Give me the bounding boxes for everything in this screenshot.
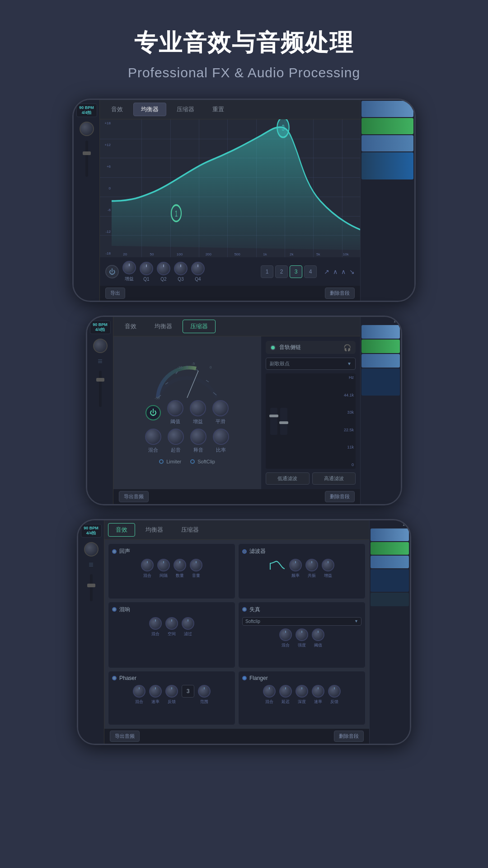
high-filter-btn[interactable]: 高通滤波 [312, 472, 356, 485]
track-2-1[interactable] [361, 325, 400, 339]
eq-display: +18 +12 +6 0 -6 -12 -18 [100, 119, 360, 257]
vol-fader-handle-3 [87, 584, 95, 587]
tab-comp-3[interactable]: 压缩器 [174, 523, 206, 537]
reverb-vol-knob[interactable] [190, 559, 202, 571]
tab-reset-1[interactable]: 重置 [205, 103, 232, 116]
dist-strength-knob[interactable] [296, 628, 308, 641]
q3-knob[interactable] [174, 262, 188, 275]
release-knob[interactable] [190, 429, 206, 445]
dist-threshold-knob[interactable] [312, 628, 324, 641]
vol-knob-2[interactable] [93, 339, 108, 353]
tab-effects-3[interactable]: 音效 [108, 523, 135, 537]
export-btn-3[interactable]: 导出音频 [110, 731, 140, 742]
softclip-radio[interactable] [190, 459, 195, 464]
reverb-toggle[interactable] [112, 549, 117, 554]
tab-eq-1[interactable]: 均衡器 [133, 103, 166, 116]
vol-fader-1[interactable] [85, 141, 88, 177]
main-content-1: 音效 均衡器 压缩器 重置 [100, 100, 360, 301]
track-2-3[interactable] [361, 354, 400, 368]
track-2-2[interactable] [361, 340, 400, 353]
track-3-5[interactable] [371, 593, 409, 606]
mix-knob[interactable] [145, 429, 161, 445]
sidechain-toggle[interactable]: 音轨侧链 🎧 [266, 341, 356, 354]
band-btn-3[interactable]: 3 [290, 265, 302, 278]
tab-comp-1[interactable]: 压缩器 [169, 103, 202, 116]
q1-knob[interactable] [140, 262, 153, 275]
chorus-filter-knob[interactable] [182, 617, 194, 630]
phaser-stage-value[interactable]: 3 [182, 685, 194, 698]
q4-knob[interactable] [191, 262, 205, 275]
remove-btn-2[interactable]: 删除音段 [325, 491, 355, 502]
distortion-toggle[interactable] [242, 607, 247, 612]
band-btn-4[interactable]: 4 [304, 265, 317, 278]
track-3-2[interactable] [371, 542, 409, 555]
flanger-depth-knob[interactable] [296, 685, 308, 698]
track-3-1[interactable] [371, 528, 409, 541]
tab-eq-2[interactable]: 均衡器 [147, 320, 180, 333]
phaser-mix-knob[interactable] [133, 685, 145, 698]
remove-btn-3[interactable]: 删除音段 [334, 731, 364, 742]
track-2[interactable] [361, 118, 413, 134]
tab-comp-2[interactable]: 压缩器 [183, 320, 216, 333]
tab-effects-2[interactable]: 音效 [117, 320, 144, 333]
vol-knob-3[interactable] [84, 542, 99, 557]
reverb-space-knob[interactable] [157, 559, 170, 571]
smooth-knob[interactable] [212, 400, 229, 416]
tab-eq-3[interactable]: 均衡器 [138, 523, 171, 537]
track-3[interactable] [361, 135, 413, 151]
chorus-mix-knob[interactable] [149, 617, 162, 630]
filter-res-knob[interactable] [305, 559, 318, 571]
flanger-rate-group: 速率 [312, 685, 324, 705]
attack-group: 起音 [168, 429, 184, 453]
flanger-toggle[interactable] [242, 676, 247, 680]
filter-freq-knob[interactable] [289, 559, 302, 571]
track-3-4[interactable] [371, 569, 409, 592]
limiter-radio[interactable] [159, 459, 164, 464]
chorus-toggle[interactable] [112, 607, 117, 612]
band-btn-1[interactable]: 1 [261, 265, 273, 278]
dist-mix-knob[interactable] [279, 628, 292, 641]
distortion-select[interactable]: Softclip ▼ [242, 617, 361, 626]
vol-knob-1[interactable] [80, 122, 94, 136]
flanger-rate-knob[interactable] [312, 685, 324, 698]
flanger-delay-knob[interactable] [279, 685, 292, 698]
remove-btn-1[interactable]: 删除音段 [325, 288, 355, 299]
q2-knob[interactable] [157, 262, 170, 275]
eq-power-btn[interactable]: ⏻ [105, 265, 119, 278]
flanger-mix-group: 混合 [263, 685, 276, 705]
flanger-feedback-knob[interactable] [328, 685, 341, 698]
reverb-mix-knob[interactable] [141, 559, 154, 571]
phaser-rate-knob[interactable] [149, 685, 162, 698]
track-1[interactable] [361, 101, 413, 117]
phaser-range-knob[interactable] [198, 685, 211, 698]
freq-fader-1[interactable] [270, 408, 277, 435]
flanger-mix-knob[interactable] [263, 685, 276, 698]
track-3-3[interactable] [371, 556, 409, 568]
gain-knob[interactable] [122, 261, 136, 274]
ratio-knob[interactable] [213, 429, 229, 445]
q1-label: Q1 [143, 277, 149, 282]
band-btn-2[interactable]: 2 [275, 265, 288, 278]
comp-gain-knob[interactable] [190, 400, 206, 416]
filter-gain-knob[interactable] [322, 559, 334, 571]
reverb-count-knob[interactable] [174, 559, 186, 571]
vol-fader-2[interactable] [99, 371, 102, 407]
vol-fader-3[interactable] [90, 574, 93, 601]
track-2-4[interactable] [361, 368, 400, 396]
tab-effects-1[interactable]: 音效 [103, 103, 131, 116]
phaser-toggle[interactable] [112, 676, 117, 680]
chorus-filter-label: 滤过 [184, 631, 192, 637]
sidechain-source-select[interactable]: 副歌鼓点 ▼ [266, 358, 356, 370]
export-btn-2[interactable]: 导出音频 [119, 491, 149, 502]
freq-fader-2[interactable] [280, 408, 287, 435]
phaser-feedback-knob[interactable] [165, 685, 178, 698]
track-4[interactable] [361, 152, 413, 179]
export-btn-1[interactable]: 导出 [105, 288, 125, 299]
filter-toggle[interactable] [242, 549, 247, 554]
comp-power-btn[interactable]: ⏻ [145, 405, 161, 420]
phaser-mix-label: 混合 [135, 699, 143, 705]
threshold-knob[interactable] [167, 400, 183, 416]
attack-knob[interactable] [168, 429, 184, 445]
low-filter-btn[interactable]: 低通滤波 [266, 472, 310, 485]
chorus-space-knob[interactable] [165, 617, 178, 630]
